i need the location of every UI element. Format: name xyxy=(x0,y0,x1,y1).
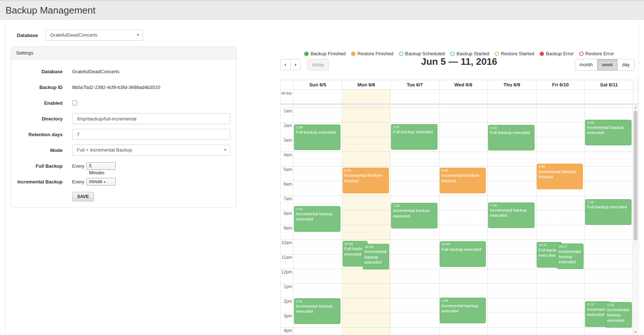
directory-label: Directory xyxy=(11,116,63,122)
chevron-down-icon xyxy=(137,30,139,40)
allday-cell[interactable] xyxy=(439,90,488,103)
day-header-thu: Thu 6/9 xyxy=(487,80,536,90)
event-time: 10:18 xyxy=(365,245,388,249)
settings-row-full-backup: Full Backup Every 5 Minutes xyxy=(11,160,230,171)
database-select-value: GratefulDeadConcerts xyxy=(50,32,97,38)
event-title: Incremental backup executed xyxy=(442,303,484,314)
event-title: Incremental Restore finished xyxy=(345,173,387,183)
day-header-mon: Mon 6/6 xyxy=(342,80,391,90)
full-backup-every-label: Every xyxy=(72,163,84,169)
time-axis-label: 3pm xyxy=(280,313,292,319)
time-axis-label: 3am xyxy=(280,138,292,143)
event-time: 5:06 xyxy=(442,168,484,173)
calendar-event[interactable]: 2:16Incremental backup executed xyxy=(605,302,632,328)
event-title: Incremental backup executed xyxy=(365,249,388,265)
event-title: Full backup executed xyxy=(296,130,339,135)
time-axis-label: 2am xyxy=(280,123,292,128)
calendar-event[interactable]: 7:15Full backup executed xyxy=(585,199,632,225)
calendar-scrollbar xyxy=(633,105,638,335)
calendar-event[interactable]: 1:49Incremental backup executed xyxy=(585,120,632,145)
mode-select-value: Full + Incremental Backup xyxy=(77,147,132,153)
event-time: 1:59 xyxy=(442,298,484,303)
allday-cell[interactable] xyxy=(390,90,439,103)
calendar-event[interactable]: 7:28Incremental backup executed xyxy=(488,202,535,228)
enabled-checkbox[interactable] xyxy=(72,100,77,105)
legend-item: Backup Scheduled xyxy=(399,51,445,56)
settings-row-incremental-backup: Incremental Backup Every minute xyxy=(11,176,230,187)
calendar-event[interactable]: 7:30Incremental backup executed xyxy=(391,203,438,228)
allday-cell[interactable] xyxy=(584,90,633,103)
backup-id-label: Backup ID xyxy=(11,85,63,90)
allday-scrollbar-gutter xyxy=(633,90,638,103)
event-title: Incremental backup executed xyxy=(587,125,630,135)
day-column[interactable] xyxy=(342,105,391,335)
calendar-event[interactable]: 2:01Incremental backup executed xyxy=(294,298,340,324)
allday-cell[interactable] xyxy=(342,90,391,103)
calendar-event[interactable]: 2:09Full backup executed xyxy=(294,124,340,150)
save-button[interactable]: SAVE xyxy=(72,192,94,201)
calendar-event[interactable]: 10:08Full backup executed xyxy=(440,241,486,267)
calendar-event[interactable]: 5:06Incremental Restore finished xyxy=(440,168,486,193)
legend-label: Restore Finished xyxy=(357,51,393,56)
event-title: Full backup executed xyxy=(587,204,630,209)
calendar-event[interactable]: 1:59Incremental backup executed xyxy=(440,298,486,323)
retention-days-input[interactable] xyxy=(72,129,230,140)
time-axis-label: 5am xyxy=(280,167,292,172)
event-title: Full backup executed xyxy=(490,130,533,135)
legend-label: Backup Finished xyxy=(310,51,346,56)
outline-circle-icon xyxy=(579,52,584,56)
full-backup-label: Full Backup xyxy=(11,163,63,169)
hour-gridline xyxy=(280,196,633,196)
event-time: 10:17 xyxy=(559,244,582,249)
time-axis-label: 9am xyxy=(280,226,292,231)
settings-row-mode: Mode Full + Incremental Backup xyxy=(11,145,230,156)
mode-label: Mode xyxy=(11,148,63,153)
hour-gridline xyxy=(280,108,633,108)
event-title: Incremental backup executed xyxy=(296,211,339,222)
time-axis-label: 1am xyxy=(280,108,292,113)
scrollbar-up-arrow-icon[interactable] xyxy=(633,105,638,110)
calendar-event[interactable]: 10:17Incremental backup executed xyxy=(557,243,584,269)
incremental-backup-every-label: Every xyxy=(72,179,84,185)
settings-row-directory: Directory xyxy=(11,113,230,124)
calendar-event[interactable]: 5:06Incremental Restore finished xyxy=(343,168,389,193)
calendar-event[interactable]: 2:07Full backup executed xyxy=(391,124,438,150)
day-header-fri: Fri 6/10 xyxy=(536,80,585,90)
database-select[interactable]: GratefulDeadConcerts xyxy=(45,30,143,41)
directory-input[interactable] xyxy=(72,113,230,124)
allday-cell[interactable] xyxy=(293,90,342,103)
filled-circle-icon xyxy=(304,52,309,56)
event-title: Incremental backup executed xyxy=(296,304,339,314)
hour-gridline xyxy=(280,283,633,284)
legend-item: Backup Finished xyxy=(304,51,346,56)
mode-select[interactable]: Full + Incremental Backup xyxy=(72,145,230,156)
retention-days-label: Retention days xyxy=(11,132,63,137)
calendar-event[interactable]: 4:50Incremental Restore finished xyxy=(537,164,583,189)
allday-cell[interactable] xyxy=(536,90,585,103)
scrollbar-thumb[interactable] xyxy=(634,111,637,241)
event-time: 7:43 xyxy=(296,207,339,211)
chevron-down-icon xyxy=(104,181,106,183)
settings-panel-title: Settings xyxy=(11,47,236,59)
event-time: 7:28 xyxy=(490,203,533,208)
event-title: Full backup executed xyxy=(393,129,436,134)
allday-cell[interactable] xyxy=(487,90,536,103)
day-header-sun: Sun 6/5 xyxy=(293,80,342,90)
event-title: Incremental backup executed xyxy=(607,307,630,323)
calendar-event[interactable]: 10:18Incremental backup executed xyxy=(363,244,390,269)
full-backup-interval-select[interactable]: 5 Minutes xyxy=(86,162,116,170)
calendar-event[interactable]: 2:10Full backup executed xyxy=(488,125,535,150)
incremental-backup-interval-select[interactable]: minute xyxy=(86,178,116,186)
day-column[interactable] xyxy=(536,105,585,335)
time-axis-label: 11am xyxy=(280,255,292,260)
hour-gridline xyxy=(280,152,633,152)
settings-row-backup-id: Backup ID 8b0a7bd2-2392-4cf9-b3fd-3698ad… xyxy=(11,82,230,93)
scrollbar-down-arrow-icon[interactable] xyxy=(633,330,638,335)
calendar-event[interactable]: 7:43Incremental backup executed xyxy=(294,206,340,232)
outline-circle-icon xyxy=(495,52,499,56)
outline-circle-icon xyxy=(399,52,403,56)
header-scrollbar-gutter xyxy=(633,80,638,90)
settings-row-retention: Retention days xyxy=(11,129,230,140)
calendar-title: Jun 5 — 11, 2016 xyxy=(280,56,638,67)
full-backup-interval-value: 5 Minutes xyxy=(89,163,104,175)
